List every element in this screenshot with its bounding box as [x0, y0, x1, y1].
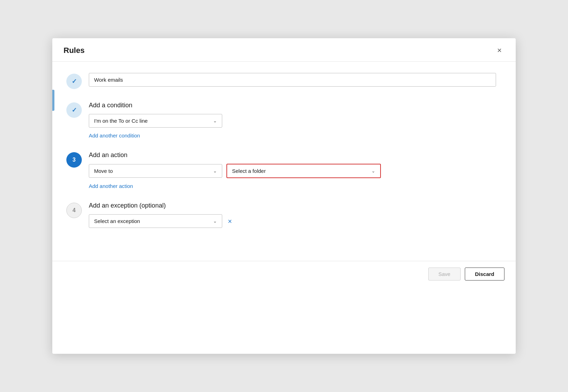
step1-checkmark: ✓: [72, 77, 77, 85]
condition-chevron-icon: ⌄: [213, 118, 217, 123]
step1-section: ✓: [66, 73, 502, 89]
action-chevron-icon: ⌄: [213, 168, 217, 174]
step3-icon: 3: [66, 152, 82, 168]
step2-label: Add a condition: [89, 102, 502, 109]
exception-dropdown[interactable]: Select an exception ⌄: [89, 214, 222, 228]
condition-dropdown-value: I'm on the To or Cc line: [94, 118, 148, 124]
discard-button[interactable]: Discard: [465, 268, 504, 281]
close-button[interactable]: ×: [494, 45, 504, 56]
step4-label: Add an exception (optional): [89, 202, 502, 209]
exception-row: Select an exception ⌄ ×: [89, 214, 502, 228]
step3-section: 3 Add an action Move to ⌄ Select a folde…: [66, 151, 502, 189]
step2-content: Add a condition I'm on the To or Cc line…: [89, 102, 502, 139]
folder-dropdown-value: Select a folder: [232, 168, 266, 174]
dialog-footer: Save Discard: [52, 261, 516, 287]
step4-section: 4 Add an exception (optional) Select an …: [66, 202, 502, 233]
step3-content: Add an action Move to ⌄ Select a folder …: [89, 151, 502, 189]
folder-dropdown[interactable]: Select a folder ⌄: [226, 164, 381, 178]
condition-dropdown[interactable]: I'm on the To or Cc line ⌄: [89, 114, 222, 128]
exception-chevron-icon: ⌄: [213, 218, 217, 224]
step4-number: 4: [73, 207, 76, 214]
step1-icon: ✓: [66, 74, 82, 89]
rules-dialog: Rules × ✓ ✓ Add a condition I'm on: [52, 38, 516, 354]
step4-content: Add an exception (optional) Select an ex…: [89, 202, 502, 233]
save-button: Save: [428, 268, 461, 281]
step2-checkmark: ✓: [72, 106, 77, 114]
left-accent-bar: [52, 90, 54, 111]
step2-icon: ✓: [66, 102, 82, 118]
folder-chevron-icon: ⌄: [371, 168, 375, 174]
action-dropdown[interactable]: Move to ⌄: [89, 164, 222, 178]
dialog-header: Rules ×: [52, 38, 516, 62]
step3-label: Add an action: [89, 151, 502, 159]
step2-section: ✓ Add a condition I'm on the To or Cc li…: [66, 102, 502, 139]
add-action-button[interactable]: Add another action: [89, 183, 133, 189]
step1-content: [89, 73, 502, 87]
step3-number: 3: [73, 157, 76, 163]
action-row: Move to ⌄ Select a folder ⌄: [89, 164, 502, 178]
condition-row: I'm on the To or Cc line ⌄: [89, 114, 502, 128]
exception-dropdown-value: Select an exception: [94, 218, 140, 224]
rule-name-input[interactable]: [89, 73, 496, 87]
dialog-title: Rules: [64, 46, 85, 55]
step4-icon: 4: [66, 203, 82, 218]
action-dropdown-value: Move to: [94, 168, 113, 174]
dialog-body: ✓ ✓ Add a condition I'm on the To or Cc …: [52, 62, 516, 254]
add-condition-button[interactable]: Add another condition: [89, 133, 140, 138]
clear-exception-button[interactable]: ×: [226, 216, 233, 226]
